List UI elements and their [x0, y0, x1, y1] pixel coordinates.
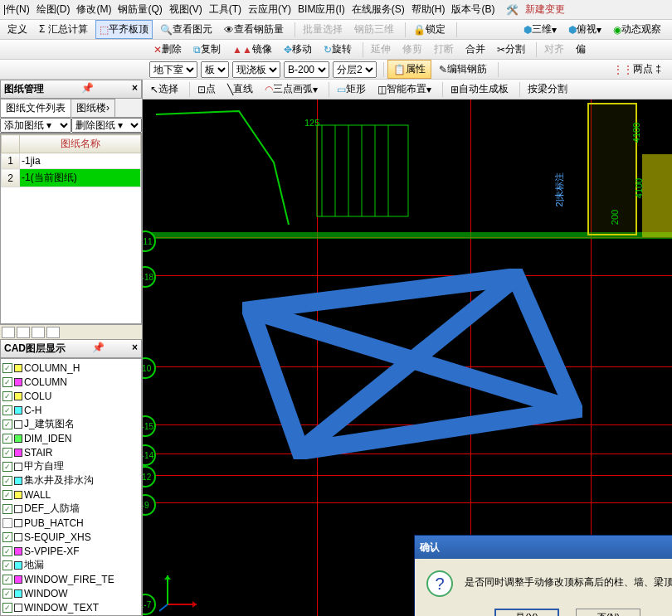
- rotate-button[interactable]: ↻ 旋转: [319, 40, 356, 59]
- menu-file[interactable]: |件(N): [3, 2, 30, 17]
- join-button[interactable]: 合并: [461, 40, 489, 59]
- new-change-button[interactable]: 新建变更: [525, 2, 565, 17]
- checkbox[interactable]: ✓: [2, 589, 12, 599]
- checkbox[interactable]: ✓: [2, 518, 12, 528]
- checkbox[interactable]: ✓: [2, 575, 12, 584]
- nav-last[interactable]: [46, 327, 60, 338]
- mirror-button[interactable]: ▲▲ 镜像: [228, 40, 276, 59]
- layer-item[interactable]: ✓WINDOW: [2, 586, 139, 600]
- view-rebar-button[interactable]: 👁 查看钢筋量: [220, 20, 288, 39]
- arc-button[interactable]: ◠ 三点画弧 ▾: [261, 80, 322, 99]
- line-button[interactable]: ╲ 直线: [223, 80, 257, 99]
- layer-item[interactable]: ✓WALL: [2, 487, 139, 502]
- checkbox[interactable]: ✓: [2, 363, 12, 373]
- align-button[interactable]: 对齐: [540, 40, 568, 59]
- lock-button[interactable]: 🔒 锁定: [409, 20, 450, 39]
- checkbox[interactable]: ✓: [2, 603, 12, 613]
- break-button[interactable]: 打断: [430, 40, 458, 59]
- menu-bim[interactable]: BIM应用(I): [298, 2, 345, 17]
- align-slab-button[interactable]: ⬚ 平齐板顶: [95, 20, 153, 39]
- layer-item[interactable]: ✓地漏: [2, 558, 139, 572]
- layer-item[interactable]: ✓COLU: [2, 389, 139, 403]
- checkbox[interactable]: ✓: [2, 546, 12, 556]
- view-3d-button[interactable]: ⬢ 三维 ▾: [519, 20, 561, 39]
- delete-button[interactable]: ✕ 删除: [149, 40, 186, 59]
- checkbox[interactable]: ✓: [2, 462, 12, 472]
- define-button[interactable]: 定义: [3, 20, 32, 39]
- nav-next[interactable]: [32, 327, 45, 338]
- layer-item[interactable]: ✓WINDOW_FIRE_TE: [2, 572, 139, 586]
- select-button[interactable]: ↖ 选择: [146, 80, 183, 99]
- checkbox[interactable]: ✓: [2, 504, 12, 514]
- smart-button[interactable]: ◫ 智能布置 ▾: [373, 80, 436, 99]
- layer-item[interactable]: ✓J_建筑图名: [2, 417, 139, 431]
- beam-split-button[interactable]: 按梁分割: [523, 80, 572, 99]
- checkbox[interactable]: ✓: [2, 448, 12, 458]
- offset-button[interactable]: 偏: [572, 40, 590, 59]
- layer-item[interactable]: ✓甲方自理: [2, 459, 139, 473]
- pin-icon[interactable]: 📌: [81, 82, 94, 96]
- find-element-button[interactable]: 🔍 查看图元: [156, 20, 217, 39]
- checkbox[interactable]: ✓: [2, 391, 12, 401]
- layer-item[interactable]: ✓WINDOW_TEXT: [2, 600, 139, 614]
- instance-select[interactable]: B-200: [284, 61, 329, 78]
- floor-select[interactable]: 地下室: [149, 61, 197, 78]
- point-button[interactable]: ⊡ 点: [193, 80, 220, 99]
- menu-online[interactable]: 在线服务(S): [352, 2, 405, 17]
- rebar-3d-button[interactable]: 钢筋三维: [350, 20, 398, 39]
- rect-button[interactable]: ▭ 矩形: [333, 80, 370, 99]
- drawing-canvas[interactable]: ↖ 选择 ⊡ 点 ╲ 直线 ◠ 三点画弧 ▾ ▭ 矩形 ◫ 智能布置 ▾ ⊞ 自…: [143, 80, 672, 616]
- trim-button[interactable]: 修剪: [398, 40, 426, 59]
- layer-item[interactable]: ✓C-H: [2, 403, 139, 417]
- pin-icon[interactable]: 📌: [92, 342, 105, 356]
- auto-slab-button[interactable]: ⊞ 自动生成板: [446, 80, 513, 99]
- checkbox[interactable]: ✓: [2, 560, 12, 570]
- layer-item[interactable]: ✓S-VPIPE-XF: [2, 544, 139, 558]
- checkbox[interactable]: ✓: [2, 420, 12, 429]
- category-select[interactable]: 板: [201, 61, 229, 78]
- checkbox[interactable]: ✓: [2, 532, 12, 542]
- menu-draw[interactable]: 绘图(D): [37, 2, 71, 17]
- checkbox[interactable]: ✓: [2, 377, 12, 387]
- checkbox[interactable]: ✓: [2, 476, 12, 486]
- layer-item[interactable]: ✓PUB_HATCH: [2, 516, 139, 530]
- menu-rebar[interactable]: 钢筋量(Q): [118, 2, 162, 17]
- dialog-yes-button[interactable]: 是(Y): [494, 609, 559, 616]
- split-button[interactable]: ✂ 分割: [493, 40, 529, 59]
- checkbox[interactable]: ✓: [2, 434, 12, 444]
- edit-rebar-button[interactable]: ✎ 编辑钢筋: [435, 60, 491, 79]
- close-icon[interactable]: ×: [132, 342, 138, 356]
- menu-cloud[interactable]: 云应用(Y): [248, 2, 291, 17]
- checkbox[interactable]: ✓: [2, 405, 12, 415]
- menu-tools[interactable]: 工具(T): [209, 2, 241, 17]
- layer-item[interactable]: ✓集水井及排水沟: [2, 473, 139, 487]
- add-drawing-select[interactable]: 添加图纸 ▾: [0, 118, 71, 133]
- nav-prev[interactable]: [17, 327, 30, 338]
- layer-item[interactable]: ✓S-EQUIP_XHS: [2, 530, 139, 544]
- layer-item[interactable]: ✓COLUMN_H: [2, 361, 139, 375]
- close-icon[interactable]: ×: [132, 82, 138, 96]
- table-row[interactable]: 1-1jia: [2, 153, 141, 169]
- checkbox[interactable]: ✓: [2, 490, 12, 500]
- property-button[interactable]: 📋 属性: [387, 60, 431, 79]
- tab-floor[interactable]: 图纸楼›: [71, 99, 115, 117]
- orbit-button[interactable]: ◉ 动态观察: [609, 20, 665, 39]
- extend-button[interactable]: 延伸: [367, 40, 395, 59]
- sum-button[interactable]: Σ 汇总计算: [35, 20, 92, 39]
- dialog-no-button[interactable]: 否(N): [576, 609, 640, 616]
- top-view-button[interactable]: ⬢ 俯视 ▾: [564, 20, 606, 39]
- layer-item[interactable]: ✓COLUMN: [2, 375, 139, 389]
- menu-view[interactable]: 视图(V): [169, 2, 202, 17]
- level-select[interactable]: 分层2: [333, 61, 377, 78]
- move-button[interactable]: ✥ 移动: [280, 40, 316, 59]
- layer-item[interactable]: ✓STAIR: [2, 445, 139, 459]
- two-point-button[interactable]: ⋮⋮ 两点 ‡: [609, 60, 665, 79]
- copy-button[interactable]: ⧉ 复制: [189, 40, 225, 59]
- batch-select-button[interactable]: 批量选择: [299, 20, 347, 39]
- layer-item[interactable]: ✓DEF_人防墙: [2, 502, 139, 516]
- nav-first[interactable]: [2, 327, 15, 338]
- type-select[interactable]: 现浇板: [232, 61, 280, 78]
- layer-list[interactable]: ✓COLUMN_H✓COLUMN✓COLU✓C-H✓J_建筑图名✓DIM_IDE…: [0, 358, 142, 616]
- menu-help[interactable]: 帮助(H): [411, 2, 446, 17]
- layer-item[interactable]: ✓DIM_IDEN: [2, 431, 139, 445]
